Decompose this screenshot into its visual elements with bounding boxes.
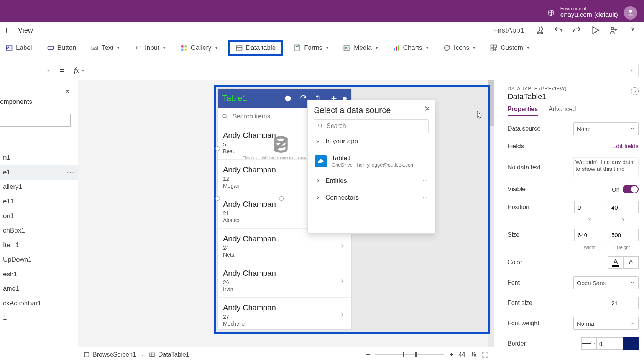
help-icon[interactable]: ? — [631, 87, 639, 95]
fill-color-picker[interactable] — [623, 256, 639, 269]
svg-rect-20 — [394, 48, 395, 51]
close-picker-icon[interactable]: ✕ — [424, 105, 430, 113]
svg-point-30 — [285, 96, 291, 102]
border-color-swatch[interactable] — [623, 337, 639, 350]
data-table-icon — [235, 44, 243, 52]
breadcrumb-1[interactable]: BrowseScreen1 — [84, 351, 136, 358]
tree-item[interactable]: ame1 — [0, 282, 78, 296]
pos-y-input[interactable] — [608, 201, 639, 213]
ribbon-custom[interactable]: Custom▾ — [486, 42, 533, 54]
svg-rect-13 — [184, 45, 186, 47]
ribbon-forms[interactable]: Forms▾ — [289, 42, 332, 54]
svg-point-10 — [140, 46, 141, 47]
fit-icon[interactable] — [481, 351, 489, 359]
svg-point-5 — [632, 32, 632, 33]
edit-fields-link[interactable]: Edit fields — [612, 143, 639, 150]
refresh-icon[interactable] — [299, 94, 307, 103]
list-item[interactable]: Andy Champan24Neta — [218, 229, 351, 263]
zoom-out[interactable]: − — [366, 351, 370, 358]
width-input[interactable] — [574, 229, 605, 241]
tree-item[interactable]: allery1 — [0, 180, 78, 194]
tree-item[interactable]: UpDown1 — [0, 252, 78, 267]
avatar[interactable] — [624, 6, 637, 20]
ribbon-icons[interactable]: Icons▾ — [439, 42, 480, 54]
ribbon-media[interactable]: Media▾ — [339, 42, 381, 54]
font-size-input[interactable] — [608, 297, 639, 309]
picker-entities[interactable]: Entities··· — [314, 172, 429, 189]
ribbon-gallery[interactable]: Gallery▾ — [176, 42, 222, 54]
ribbon-button[interactable]: Button — [43, 42, 80, 54]
tree-item[interactable]: on1 — [0, 209, 78, 223]
share-icon[interactable] — [609, 25, 619, 35]
tree-item[interactable]: ckActionBar1 — [0, 296, 78, 311]
env-label: Environment — [560, 7, 618, 11]
picker-connectors[interactable]: Connectors··· — [314, 189, 429, 206]
breadcrumb-2[interactable]: DataTable1 — [149, 351, 189, 358]
picker-inapp-header[interactable]: In your app — [314, 133, 429, 150]
tab-properties[interactable]: Properties — [508, 106, 538, 116]
zoom-in[interactable]: + — [450, 351, 453, 358]
ribbon-input[interactable]: Input▾ — [130, 42, 169, 54]
list-item[interactable]: Andy Champan26Irvin — [218, 263, 351, 298]
globe-icon — [547, 9, 555, 16]
app-header: Environment enayu.com (default) — [0, 3, 644, 22]
panel-caption: DATA TABLE (PREVIEW) — [502, 84, 644, 92]
ribbon-data-table[interactable]: Data table — [228, 40, 283, 56]
ribbon-label[interactable]: Label — [2, 42, 36, 54]
zoom-slider[interactable] — [375, 354, 444, 355]
app-name: FirstApp1 — [493, 26, 524, 34]
ribbon-charts[interactable]: Charts▾ — [389, 42, 432, 54]
svg-rect-29 — [491, 48, 494, 51]
tree-item[interactable]: Item1 — [0, 238, 78, 252]
chevron-right-icon — [339, 277, 346, 284]
font-select[interactable]: Open Sans — [573, 276, 639, 289]
menu-tab-t[interactable]: t — [0, 22, 13, 38]
tree-item[interactable]: e11 — [0, 194, 78, 209]
data-source-select[interactable]: None — [573, 122, 639, 135]
redo-icon[interactable] — [572, 25, 582, 35]
app-checker-icon[interactable] — [535, 25, 545, 35]
ribbon-text[interactable]: abText▾ — [87, 42, 123, 54]
play-icon[interactable] — [590, 25, 600, 35]
help-icon[interactable] — [627, 25, 637, 35]
tab-advanced[interactable]: Advanced — [549, 106, 576, 116]
visible-toggle[interactable] — [623, 185, 639, 193]
label-nodata: No data text — [508, 164, 573, 171]
pos-x-input[interactable] — [574, 201, 605, 213]
chevron-right-icon — [315, 195, 321, 201]
tree-item-selected[interactable]: e1··· — [0, 165, 78, 180]
font-color-picker[interactable]: A — [608, 256, 623, 269]
menu-tab-view[interactable]: View — [13, 22, 38, 38]
svg-point-3 — [541, 32, 542, 33]
tree-item[interactable]: 1 — [0, 311, 78, 325]
picker-search[interactable] — [314, 119, 429, 133]
properties-panel: ? DATA TABLE (PREVIEW) DataTable1 Proper… — [502, 84, 644, 356]
picker-table1[interactable]: Table1 OneDrive - henry.legge@outlook.co… — [314, 150, 429, 172]
tree-search-input[interactable] — [0, 114, 71, 127]
svg-point-26 — [449, 45, 450, 46]
property-selector[interactable] — [0, 64, 54, 77]
chevron-down-icon — [315, 138, 321, 144]
height-input[interactable] — [608, 229, 639, 241]
svg-point-25 — [447, 47, 448, 48]
border-style-select[interactable] — [581, 337, 596, 350]
formula-input[interactable]: fx — [70, 64, 639, 77]
nodata-input[interactable]: We didn't find any data to show at this … — [573, 157, 639, 177]
undo-icon[interactable] — [554, 25, 564, 35]
circle-icon[interactable] — [284, 94, 292, 103]
label-position: Position — [508, 204, 574, 211]
picker-search-input[interactable] — [327, 123, 425, 129]
label-font: Font — [508, 279, 573, 286]
label-color: Color — [508, 259, 608, 266]
tree-item[interactable]: esh1 — [0, 267, 78, 282]
tree-item[interactable]: n1 — [0, 151, 78, 165]
tree-item[interactable]: chBox1 — [0, 223, 78, 238]
svg-point-1 — [629, 10, 632, 13]
list-item[interactable]: Andy Champan27Mechelle — [218, 298, 351, 332]
close-tree-icon[interactable]: ✕ — [64, 87, 70, 96]
label-visible: Visible — [508, 186, 612, 193]
label-border: Border — [508, 340, 581, 347]
border-width-input[interactable] — [596, 337, 623, 350]
font-weight-select[interactable]: Normal — [573, 317, 639, 330]
tree-view: ✕ omponents n1 e1··· allery1 e11 on1 chB… — [0, 80, 78, 356]
